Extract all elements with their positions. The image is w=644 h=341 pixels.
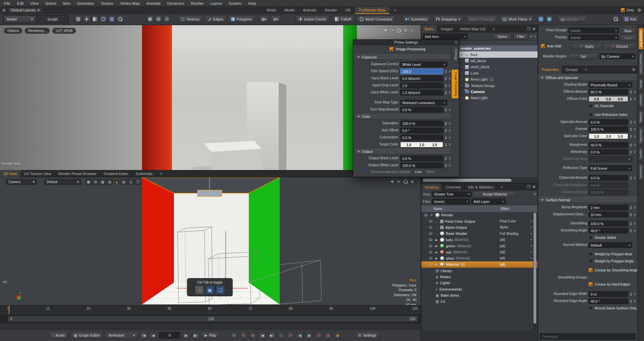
visible-check-icon[interactable]: ✓ [460, 90, 463, 93]
spinner[interactable] [629, 212, 633, 217]
viewport-3d[interactable]: Camera▾ Default▾ ▩ ⊞ ▦ ▤ ▲ ▨ ◫ ❐ ✥ ⟳ ⚙ f… [0, 177, 421, 305]
shade-mode-5-icon[interactable]: ▨ [121, 179, 127, 185]
material-mode-dropdown[interactable]: ▾ [271, 15, 281, 23]
kits-button[interactable]: Kits [622, 15, 639, 23]
layout-tab[interactable]: Animate [299, 7, 321, 14]
work-plane-button[interactable]: Work Plane▾ [500, 15, 534, 23]
items-panel-tab[interactable]: Images [438, 25, 457, 33]
spinner[interactable] [444, 142, 448, 147]
section-surface-normal[interactable]: Surface Normal [538, 197, 637, 203]
add-viewport-tab-button[interactable]: + [156, 170, 166, 177]
eye-icon[interactable] [429, 263, 432, 266]
preview-tab-lut[interactable]: LUT: sRGB [52, 28, 76, 34]
items-panel-tab[interactable]: Vertex Map List [457, 25, 489, 33]
expander-icon[interactable]: ▶ [434, 251, 439, 254]
graph-editor-button[interactable]: ▦Graph Editor [71, 332, 103, 339]
spinner[interactable] [444, 128, 448, 133]
rounded-edge-width-field[interactable]: 0 m [589, 291, 628, 297]
gear-icon[interactable]: ⚙ [637, 8, 641, 12]
expand-icon[interactable]: ▸ [409, 28, 415, 33]
viewport-tab[interactable]: Gradient Editor [100, 170, 132, 177]
image-processing-checkbox[interactable] [389, 47, 394, 51]
record-icon[interactable]: ● [240, 332, 247, 339]
item-cube-icon[interactable]: ▣ [206, 286, 214, 294]
filter-button[interactable]: Filter [513, 33, 528, 40]
discard-button[interactable]: ✕Discard [603, 43, 636, 49]
clearcoat-amount-field[interactable]: 0.0 % [589, 175, 628, 181]
only-checkbox[interactable] [621, 8, 625, 12]
output-black-level-field[interactable]: 0.0 % [400, 156, 443, 161]
expander-icon[interactable]: → [434, 226, 439, 229]
mini-slider-handle[interactable] [448, 128, 451, 133]
round-same-surface-only-checkbox[interactable] [589, 306, 593, 310]
spinner[interactable] [444, 163, 448, 168]
spinner[interactable] [444, 69, 448, 74]
effect-dropdown-icon[interactable]: ▾ [531, 245, 532, 248]
item-mode-dropdown[interactable]: ▾ [259, 15, 270, 23]
go-to-end-button[interactable]: ▶| [192, 332, 199, 339]
menu-item[interactable]: Animate [146, 1, 160, 5]
gear-icon[interactable]: ⚙ [532, 185, 536, 189]
mini-slider-handle[interactable] [448, 76, 451, 81]
command-input[interactable] [540, 333, 636, 340]
only-toggle[interactable]: Only [621, 8, 634, 12]
pview-side-tab-settings[interactable]: Settings [451, 46, 459, 63]
shade-mode-4-icon[interactable]: ▤ [106, 179, 113, 185]
properties-tab[interactable]: Properties [538, 66, 562, 73]
visible-check-icon[interactable]: ✓ [460, 65, 463, 69]
section-output[interactable]: Output [355, 149, 451, 154]
viewport-camera-dropdown[interactable]: Camera▾ [6, 179, 37, 185]
preview-tab-options[interactable]: Options [4, 28, 22, 34]
layout-tab[interactable]: ProRender Beta [355, 7, 390, 14]
shader-tree-row[interactable]: ▶ green (Material) (all)▾ [421, 243, 538, 249]
spinner[interactable] [629, 133, 633, 139]
mini-slider-handle[interactable] [633, 96, 636, 102]
menu-item[interactable]: Geometry [77, 1, 94, 5]
shading-panel-tab[interactable]: Info & Statistics [465, 183, 497, 191]
passes-new-button[interactable]: New [620, 35, 636, 41]
default-layouts-button[interactable]: Default Layouts ▾ [8, 7, 43, 13]
zoom-icon[interactable] [396, 28, 402, 33]
right-vertical-tab[interactable]: Assembly [638, 126, 644, 145]
menu-item[interactable]: Texture [101, 1, 113, 5]
vertices-button[interactable]: Vertices [178, 15, 202, 23]
shader-tree-scrollbar[interactable] [533, 212, 537, 330]
eye-icon[interactable] [429, 257, 432, 259]
mini-slider-handle[interactable] [633, 126, 636, 132]
mini-slider-handle[interactable] [633, 142, 636, 148]
go-to-start-button[interactable]: |◀ [140, 332, 147, 339]
layout-tab[interactable]: Modo [263, 7, 281, 14]
menu-item[interactable]: View [30, 1, 39, 5]
mini-slider-handle[interactable] [448, 142, 451, 147]
palette-icon[interactable]: ◔ [195, 286, 203, 294]
timeline-ruler[interactable]: 01224364860728496108120 [0, 305, 421, 314]
menu-item[interactable]: Help [248, 1, 256, 5]
fresnel-field[interactable]: 100.0 % [589, 126, 628, 132]
shade-mode-7-icon[interactable]: ❐ [135, 179, 141, 185]
menu-item[interactable]: Render [191, 1, 203, 5]
exposure-control-dropdown[interactable]: White Level▾ [400, 61, 447, 67]
mini-slider-handle[interactable] [448, 90, 451, 95]
colorization-field[interactable]: 0.0 % [400, 135, 443, 140]
eye-icon[interactable] [429, 232, 432, 235]
search-icon[interactable] [612, 15, 619, 23]
magnifier-tool-icon[interactable] [117, 15, 124, 23]
double-sided-checkbox[interactable] [589, 236, 593, 240]
effect-dropdown-icon[interactable]: ▾ [531, 220, 532, 223]
right-vertical-tab[interactable]: Mesh [638, 78, 644, 90]
specular-color-field[interactable]: 1.01.01.0 [589, 133, 628, 139]
falloff-button[interactable]: Falloff [332, 15, 354, 23]
zoom-icon[interactable] [403, 179, 409, 184]
spinner[interactable] [444, 135, 448, 140]
accept-icon[interactable]: ✓ [278, 332, 284, 339]
pan-icon[interactable]: ✥ [389, 179, 395, 184]
spinner[interactable] [629, 89, 633, 95]
spinner[interactable] [629, 96, 633, 102]
shader-tree-row[interactable]: Bake Items ▾ [421, 292, 538, 298]
effect-dropdown-icon[interactable]: ▾ [531, 226, 532, 229]
viewport-tab[interactable]: Render Preset Browser [55, 170, 100, 177]
target-color-field[interactable]: 1.01.01.0 [400, 142, 443, 147]
add-properties-tab-button[interactable]: + [581, 66, 590, 73]
mini-slider-handle[interactable] [448, 135, 451, 140]
mini-slider-handle[interactable] [633, 119, 636, 125]
